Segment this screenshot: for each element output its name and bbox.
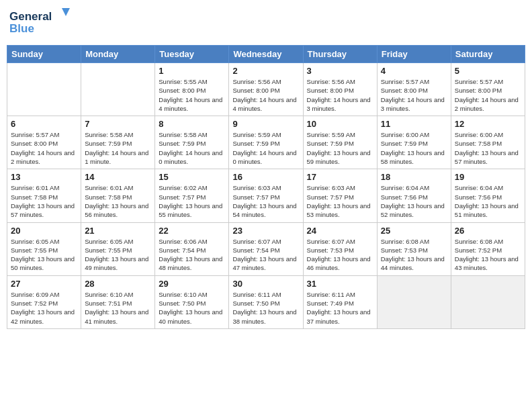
calendar-week-row: 20Sunrise: 6:05 AM Sunset: 7:55 PM Dayli… bbox=[7, 222, 525, 275]
weekday-header-tuesday: Tuesday bbox=[155, 46, 229, 63]
day-info: Sunrise: 6:04 AM Sunset: 7:56 PM Dayligh… bbox=[455, 183, 521, 219]
calendar-cell: 21Sunrise: 6:05 AM Sunset: 7:55 PM Dayli… bbox=[81, 222, 155, 275]
day-number: 7 bbox=[85, 119, 151, 129]
day-info: Sunrise: 6:01 AM Sunset: 7:58 PM Dayligh… bbox=[85, 183, 151, 219]
weekday-header-row: SundayMondayTuesdayWednesdayThursdayFrid… bbox=[7, 46, 525, 63]
logo-text: General Blue bbox=[9, 7, 70, 40]
calendar-cell: 15Sunrise: 6:02 AM Sunset: 7:57 PM Dayli… bbox=[155, 169, 229, 222]
day-number: 15 bbox=[159, 172, 225, 182]
day-info: Sunrise: 6:11 AM Sunset: 7:50 PM Dayligh… bbox=[232, 290, 299, 326]
day-info: Sunrise: 6:07 AM Sunset: 7:53 PM Dayligh… bbox=[307, 237, 373, 273]
calendar-cell: 12Sunrise: 6:00 AM Sunset: 7:58 PM Dayli… bbox=[451, 116, 525, 169]
weekday-header-sunday: Sunday bbox=[7, 46, 81, 63]
day-number: 3 bbox=[307, 66, 373, 76]
calendar-cell: 30Sunrise: 6:11 AM Sunset: 7:50 PM Dayli… bbox=[229, 275, 303, 328]
day-number: 5 bbox=[455, 66, 521, 76]
svg-text:Blue: Blue bbox=[9, 22, 34, 35]
day-info: Sunrise: 6:05 AM Sunset: 7:55 PM Dayligh… bbox=[85, 237, 151, 273]
weekday-header-thursday: Thursday bbox=[303, 46, 377, 63]
calendar-cell: 5Sunrise: 5:57 AM Sunset: 8:00 PM Daylig… bbox=[451, 63, 525, 116]
calendar-cell: 20Sunrise: 6:05 AM Sunset: 7:55 PM Dayli… bbox=[7, 222, 81, 275]
calendar-cell: 8Sunrise: 5:58 AM Sunset: 7:59 PM Daylig… bbox=[155, 116, 229, 169]
calendar-cell: 6Sunrise: 5:57 AM Sunset: 8:00 PM Daylig… bbox=[7, 116, 81, 169]
day-number: 1 bbox=[159, 66, 225, 76]
weekday-header-friday: Friday bbox=[377, 46, 451, 63]
day-number: 10 bbox=[307, 119, 373, 129]
calendar-cell: 25Sunrise: 6:08 AM Sunset: 7:53 PM Dayli… bbox=[377, 222, 451, 275]
day-number: 16 bbox=[232, 172, 299, 182]
calendar-cell: 13Sunrise: 6:01 AM Sunset: 7:58 PM Dayli… bbox=[7, 169, 81, 222]
day-number: 4 bbox=[381, 66, 447, 76]
day-info: Sunrise: 5:56 AM Sunset: 8:00 PM Dayligh… bbox=[232, 77, 299, 113]
svg-marker-2 bbox=[62, 8, 70, 16]
day-info: Sunrise: 6:07 AM Sunset: 7:54 PM Dayligh… bbox=[232, 237, 299, 273]
day-info: Sunrise: 6:08 AM Sunset: 7:53 PM Dayligh… bbox=[381, 237, 447, 273]
weekday-header-monday: Monday bbox=[81, 46, 155, 63]
logo: General Blue bbox=[9, 7, 70, 40]
calendar-cell: 7Sunrise: 5:58 AM Sunset: 7:59 PM Daylig… bbox=[81, 116, 155, 169]
calendar-week-row: 13Sunrise: 6:01 AM Sunset: 7:58 PM Dayli… bbox=[7, 169, 525, 222]
day-number: 14 bbox=[85, 172, 151, 182]
calendar-cell: 3Sunrise: 5:56 AM Sunset: 8:00 PM Daylig… bbox=[303, 63, 377, 116]
calendar-week-row: 1Sunrise: 5:55 AM Sunset: 8:00 PM Daylig… bbox=[7, 63, 525, 116]
day-number: 23 bbox=[232, 226, 299, 236]
calendar-cell: 2Sunrise: 5:56 AM Sunset: 8:00 PM Daylig… bbox=[229, 63, 303, 116]
calendar-cell: 29Sunrise: 6:10 AM Sunset: 7:50 PM Dayli… bbox=[155, 275, 229, 328]
calendar-cell: 31Sunrise: 6:11 AM Sunset: 7:49 PM Dayli… bbox=[303, 275, 377, 328]
day-info: Sunrise: 5:57 AM Sunset: 8:00 PM Dayligh… bbox=[381, 77, 447, 113]
day-info: Sunrise: 6:05 AM Sunset: 7:55 PM Dayligh… bbox=[11, 237, 77, 273]
calendar-cell: 16Sunrise: 6:03 AM Sunset: 7:57 PM Dayli… bbox=[229, 169, 303, 222]
day-info: Sunrise: 6:04 AM Sunset: 7:56 PM Dayligh… bbox=[381, 183, 447, 219]
day-info: Sunrise: 6:00 AM Sunset: 7:59 PM Dayligh… bbox=[381, 130, 447, 166]
calendar-cell bbox=[377, 275, 451, 328]
day-number: 22 bbox=[159, 226, 225, 236]
day-number: 2 bbox=[232, 66, 299, 76]
day-info: Sunrise: 6:00 AM Sunset: 7:58 PM Dayligh… bbox=[455, 130, 521, 166]
day-info: Sunrise: 6:03 AM Sunset: 7:57 PM Dayligh… bbox=[232, 183, 299, 219]
day-number: 12 bbox=[455, 119, 521, 129]
day-info: Sunrise: 5:59 AM Sunset: 7:59 PM Dayligh… bbox=[232, 130, 299, 166]
day-info: Sunrise: 5:58 AM Sunset: 7:59 PM Dayligh… bbox=[85, 130, 151, 166]
calendar-cell bbox=[81, 63, 155, 116]
calendar-cell: 26Sunrise: 6:08 AM Sunset: 7:52 PM Dayli… bbox=[451, 222, 525, 275]
calendar-week-row: 6Sunrise: 5:57 AM Sunset: 8:00 PM Daylig… bbox=[7, 116, 525, 169]
calendar-cell: 18Sunrise: 6:04 AM Sunset: 7:56 PM Dayli… bbox=[377, 169, 451, 222]
day-info: Sunrise: 6:01 AM Sunset: 7:58 PM Dayligh… bbox=[11, 183, 77, 219]
weekday-header-wednesday: Wednesday bbox=[229, 46, 303, 63]
calendar-cell: 9Sunrise: 5:59 AM Sunset: 7:59 PM Daylig… bbox=[229, 116, 303, 169]
calendar-cell: 17Sunrise: 6:03 AM Sunset: 7:57 PM Dayli… bbox=[303, 169, 377, 222]
day-number: 8 bbox=[159, 119, 225, 129]
calendar-cell: 19Sunrise: 6:04 AM Sunset: 7:56 PM Dayli… bbox=[451, 169, 525, 222]
calendar-cell bbox=[7, 63, 81, 116]
day-number: 30 bbox=[232, 279, 299, 289]
calendar-cell: 22Sunrise: 6:06 AM Sunset: 7:54 PM Dayli… bbox=[155, 222, 229, 275]
day-number: 21 bbox=[85, 226, 151, 236]
calendar-cell: 4Sunrise: 5:57 AM Sunset: 8:00 PM Daylig… bbox=[377, 63, 451, 116]
day-info: Sunrise: 5:55 AM Sunset: 8:00 PM Dayligh… bbox=[159, 77, 225, 113]
day-info: Sunrise: 6:02 AM Sunset: 7:57 PM Dayligh… bbox=[159, 183, 225, 219]
svg-text:General: General bbox=[9, 10, 52, 23]
day-info: Sunrise: 5:57 AM Sunset: 8:00 PM Dayligh… bbox=[11, 130, 77, 166]
calendar-cell bbox=[451, 275, 525, 328]
weekday-header-saturday: Saturday bbox=[451, 46, 525, 63]
day-number: 18 bbox=[381, 172, 447, 182]
day-info: Sunrise: 5:57 AM Sunset: 8:00 PM Dayligh… bbox=[455, 77, 521, 113]
calendar-table: SundayMondayTuesdayWednesdayThursdayFrid… bbox=[7, 45, 525, 329]
calendar-cell: 27Sunrise: 6:09 AM Sunset: 7:52 PM Dayli… bbox=[7, 275, 81, 328]
day-info: Sunrise: 5:59 AM Sunset: 7:59 PM Dayligh… bbox=[307, 130, 373, 166]
day-info: Sunrise: 5:58 AM Sunset: 7:59 PM Dayligh… bbox=[159, 130, 225, 166]
day-number: 25 bbox=[381, 226, 447, 236]
day-info: Sunrise: 6:11 AM Sunset: 7:49 PM Dayligh… bbox=[307, 290, 373, 326]
day-number: 20 bbox=[11, 226, 77, 236]
day-info: Sunrise: 6:09 AM Sunset: 7:52 PM Dayligh… bbox=[11, 290, 77, 326]
day-number: 27 bbox=[11, 279, 77, 289]
day-number: 17 bbox=[307, 172, 373, 182]
calendar-cell: 14Sunrise: 6:01 AM Sunset: 7:58 PM Dayli… bbox=[81, 169, 155, 222]
calendar-cell: 24Sunrise: 6:07 AM Sunset: 7:53 PM Dayli… bbox=[303, 222, 377, 275]
day-info: Sunrise: 6:10 AM Sunset: 7:51 PM Dayligh… bbox=[85, 290, 151, 326]
day-number: 11 bbox=[381, 119, 447, 129]
day-number: 26 bbox=[455, 226, 521, 236]
day-number: 24 bbox=[307, 226, 373, 236]
calendar-cell: 1Sunrise: 5:55 AM Sunset: 8:00 PM Daylig… bbox=[155, 63, 229, 116]
calendar-cell: 10Sunrise: 5:59 AM Sunset: 7:59 PM Dayli… bbox=[303, 116, 377, 169]
